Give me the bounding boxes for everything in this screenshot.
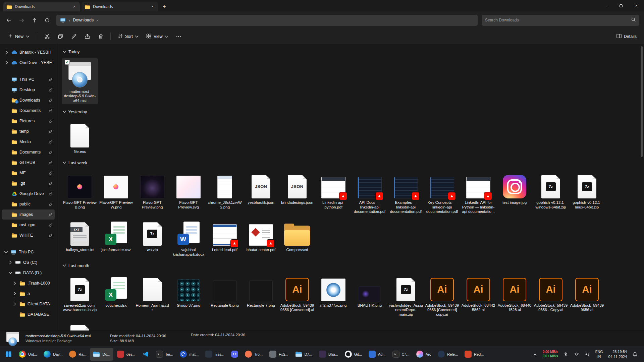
file-item[interactable]: JSONyesbhautik.json: [243, 169, 279, 206]
taskbar-item-start[interactable]: [2, 348, 15, 361]
new-button[interactable]: New: [4, 31, 34, 42]
taskbar-item-arc[interactable]: Arc: [413, 348, 434, 361]
file-item[interactable]: API Docs — linkedin-api documentation.pd…: [352, 169, 388, 215]
file-item[interactable]: AiAdobeStock_684425862.ai: [460, 272, 496, 314]
taskbar-item-dav[interactable]: Dav...: [41, 348, 65, 361]
file-item[interactable]: file.enc: [62, 118, 98, 155]
file-item[interactable]: chrome_J8sk1zrvWS.png: [207, 169, 243, 211]
search-input[interactable]: [485, 18, 631, 22]
file-item[interactable]: Linkedin-api-python.pdf: [315, 169, 352, 211]
file-item[interactable]: AiAdobeStock_594399656 [Converted].ai: [279, 272, 315, 314]
sidebar-item-client-data[interactable]: Client DATA: [2, 299, 55, 309]
file-item[interactable]: Key Concepts — linkedin-api documentatio…: [424, 169, 460, 215]
up-button[interactable]: [28, 14, 40, 26]
file-item[interactable]: FlavorGPT Preview.png: [134, 169, 170, 211]
language-switcher[interactable]: ENG IN: [594, 350, 605, 359]
file-item[interactable]: 7zyashvidotdev_AssignmentRepo-main.zip: [388, 272, 424, 318]
file-item[interactable]: FlavorGPT Preview W.png: [98, 169, 134, 211]
volume-icon[interactable]: [583, 349, 592, 360]
view-button[interactable]: View: [143, 31, 172, 42]
group-header[interactable]: Last month: [63, 263, 638, 269]
sidebar-item-downloads[interactable]: ↓Downloads: [2, 95, 55, 105]
refresh-button[interactable]: [41, 14, 53, 26]
sidebar-item-white[interactable]: WHITE: [2, 230, 55, 240]
sidebar-item-a[interactable]: a: [2, 289, 55, 299]
file-item[interactable]: BHAUTIK.png: [352, 272, 388, 309]
taskbar-item-unt[interactable]: Unt...: [16, 348, 40, 361]
selected-checkbox[interactable]: ✓: [65, 60, 70, 65]
taskbar-item-ra[interactable]: Ra...: [66, 348, 89, 361]
file-item[interactable]: test-image.jpg: [496, 169, 533, 206]
sidebar-item-git[interactable]: .git: [2, 178, 55, 188]
taskbar-item-vscode[interactable]: [139, 348, 152, 361]
hidden-icons-chevron[interactable]: [531, 349, 539, 360]
sidebar-item-me[interactable]: ME: [2, 168, 55, 178]
sidebar-item-github[interactable]: GITHUB: [2, 158, 55, 168]
sidebar-item-bhautik-yesbh[interactable]: Bhautik - YESBH: [2, 47, 55, 57]
file-item[interactable]: 7zgophish-v0.12.1-linux-64bit.zip: [569, 169, 605, 211]
file-item[interactable]: Xvoucher.xlsx: [98, 272, 134, 309]
sidebar-item-msi-gpo[interactable]: msi_gpo: [2, 220, 55, 230]
forward-button[interactable]: [15, 14, 28, 26]
explorer-tab[interactable]: Downloads×: [82, 2, 158, 11]
file-item[interactable]: AiAdobeStock_594399656 - Copy.ai: [533, 272, 569, 314]
file-item[interactable]: m2m377xc.png: [315, 272, 352, 309]
sidebar-item-os-c[interactable]: OS (C:): [2, 257, 55, 267]
sidebar-item-pictures[interactable]: Pictures: [2, 116, 55, 126]
taskbar-item-do[interactable]: Do...: [90, 348, 113, 361]
sidebar-item-google-drive[interactable]: Google Drive: [2, 189, 55, 199]
share-button[interactable]: [81, 31, 94, 42]
breadcrumb-downloads[interactable]: Downloads: [73, 18, 94, 22]
file-item[interactable]: bhatar center.pdf: [243, 217, 279, 253]
sidebar-item-onedrive-yese[interactable]: OneDrive - YESE: [2, 58, 55, 68]
file-item[interactable]: 7zwa.zip: [134, 217, 170, 253]
clock[interactable]: 23:19:54 04-11-2024: [607, 349, 629, 359]
back-button[interactable]: [3, 14, 15, 26]
file-item[interactable]: AiAdobeStock_594399656 [Converted] copy.…: [424, 272, 460, 318]
taskbar-item-red[interactable]: Red...: [462, 348, 487, 361]
new-tab-button[interactable]: +: [159, 2, 169, 11]
file-item[interactable]: Wvajubhai krishanapark.docx: [170, 217, 207, 258]
file-item[interactable]: AiAdobeStock_594399656.ai: [569, 272, 605, 314]
file-item[interactable]: Homem_Aranha.cdr: [134, 272, 170, 314]
taskbar-item-d[interactable]: D:\...: [292, 348, 315, 361]
more-options-button[interactable]: [172, 31, 185, 42]
delete-button[interactable]: [94, 31, 107, 42]
taskbar-item-ad[interactable]: Ad...: [366, 348, 389, 361]
taskbar-item-tro[interactable]: Tro...: [242, 348, 266, 361]
group-header[interactable]: Last week: [63, 160, 638, 166]
minimize-button[interactable]: [598, 0, 613, 11]
tab-close-button[interactable]: ×: [150, 4, 155, 9]
sidebar-item-desktop[interactable]: Desktop: [2, 85, 55, 95]
rename-button[interactable]: [67, 31, 80, 42]
file-item[interactable]: 7zDOCUMENT.zip: [62, 319, 98, 330]
sidebar-item-media[interactable]: Media: [2, 137, 55, 147]
close-button[interactable]: ×: [629, 0, 644, 11]
taskbar-item-fxs[interactable]: FxS...: [266, 348, 291, 361]
file-item[interactable]: TXTbaileys_store.txt: [62, 217, 98, 253]
vertical-scrollbar[interactable]: [640, 46, 643, 329]
taskbar-item-niss[interactable]: niss...: [202, 348, 227, 361]
taskbar-item-git[interactable]: Git...: [342, 348, 365, 361]
file-item[interactable]: LetterHead.pdf: [207, 217, 243, 253]
taskbar-item-rele[interactable]: Rele...: [435, 348, 461, 361]
taskbar-item-ter[interactable]: >_Ter...: [153, 348, 176, 361]
maximize-button[interactable]: [613, 0, 629, 11]
taskbar-item-c[interactable]: >_C:\...: [389, 348, 413, 361]
group-header[interactable]: Yesterday: [63, 109, 638, 115]
file-item[interactable]: Rectangle 6.png: [207, 272, 243, 309]
scrollbar-thumb[interactable]: [641, 46, 643, 157]
network-speed-widget[interactable]: 0.00 MB/s 0.01 MB/s: [541, 350, 559, 358]
file-item[interactable]: JSONbrindadesings.json: [279, 169, 315, 206]
file-item[interactable]: FlavorGPT Preview.svg: [170, 169, 207, 211]
taskbar-item-des[interactable]: des...: [114, 348, 139, 361]
sidebar-item-database[interactable]: DATABASE: [2, 309, 55, 319]
file-item[interactable]: Compressed: [279, 217, 315, 253]
file-item[interactable]: 7zsaveweb2zip-com-www-harness-io.zip: [62, 272, 98, 314]
file-item[interactable]: Group 37.png: [170, 272, 207, 309]
taskbar-item-discord[interactable]: [228, 348, 241, 361]
sidebar-item-trash-1000[interactable]: .Trash-1000: [2, 278, 55, 288]
notifications-bell[interactable]: [631, 349, 639, 360]
sidebar-item-this-pc[interactable]: This PC: [2, 74, 55, 84]
taskbar-item-mat[interactable]: mat...: [177, 348, 202, 361]
